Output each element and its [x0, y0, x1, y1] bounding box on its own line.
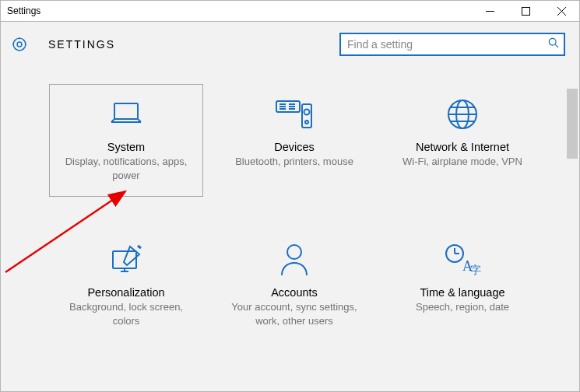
search-container: [339, 33, 565, 56]
tile-time-language[interactable]: A 字 Time & language Speech, region, date: [385, 229, 540, 342]
laptop-icon: [107, 96, 145, 133]
svg-line-7: [555, 44, 558, 47]
person-icon: [276, 241, 313, 278]
window-controls: [472, 1, 579, 21]
search-icon: [548, 37, 559, 51]
svg-point-18: [305, 121, 308, 124]
tile-network[interactable]: Network & Internet Wi-Fi, airplane mode,…: [385, 84, 540, 197]
svg-rect-1: [522, 7, 529, 15]
tile-title: Devices: [274, 141, 315, 153]
tile-desc: Bluetooth, printers, mouse: [235, 155, 353, 169]
window-title: Settings: [7, 5, 40, 16]
svg-text:字: 字: [470, 264, 481, 276]
svg-rect-8: [114, 103, 138, 119]
close-button[interactable]: [543, 1, 579, 21]
maximize-button[interactable]: [508, 1, 543, 21]
svg-point-17: [304, 110, 310, 115]
devices-icon: [276, 96, 313, 133]
tile-personalization[interactable]: Personalization Background, lock screen,…: [49, 229, 203, 342]
tile-devices[interactable]: Devices Bluetooth, printers, mouse: [217, 84, 371, 197]
svg-point-4: [17, 42, 22, 47]
tile-accounts[interactable]: Accounts Your account, sync settings, wo…: [217, 229, 371, 342]
close-icon: [557, 7, 566, 16]
globe-icon: [444, 96, 481, 133]
svg-point-5: [13, 38, 26, 51]
settings-header: SETTINGS: [1, 22, 579, 67]
settings-body: System Display, notifications, apps, pow…: [1, 67, 579, 391]
personalization-icon: [107, 241, 145, 278]
minimize-icon: [486, 7, 494, 16]
tile-title: Time & language: [420, 286, 504, 299]
tile-desc: Display, notifications, apps, power: [60, 155, 192, 182]
tile-title: Network & Internet: [416, 141, 509, 153]
window-titlebar: Settings: [0, 0, 580, 22]
minimize-button[interactable]: [472, 1, 508, 21]
tile-desc: Speech, region, date: [416, 300, 509, 314]
search-input[interactable]: [339, 33, 565, 56]
window-content: SETTINGS System: [0, 22, 580, 392]
tile-desc: Your account, sync settings, work, other…: [228, 300, 360, 327]
tile-desc: Wi-Fi, airplane mode, VPN: [402, 155, 522, 169]
tile-title: Accounts: [271, 286, 318, 299]
svg-point-6: [549, 38, 556, 45]
tile-title: System: [107, 141, 145, 153]
page-title: SETTINGS: [48, 38, 115, 51]
tile-system[interactable]: System Display, notifications, apps, pow…: [49, 84, 203, 197]
tile-desc: Background, lock screen, colors: [60, 300, 192, 327]
tile-title: Personalization: [87, 286, 164, 299]
scrollbar-thumb[interactable]: [567, 89, 578, 159]
maximize-icon: [522, 7, 530, 16]
svg-point-25: [287, 245, 301, 259]
category-grid: System Display, notifications, apps, pow…: [1, 67, 579, 342]
gear-icon: [11, 36, 28, 53]
time-language-icon: A 字: [444, 241, 481, 278]
